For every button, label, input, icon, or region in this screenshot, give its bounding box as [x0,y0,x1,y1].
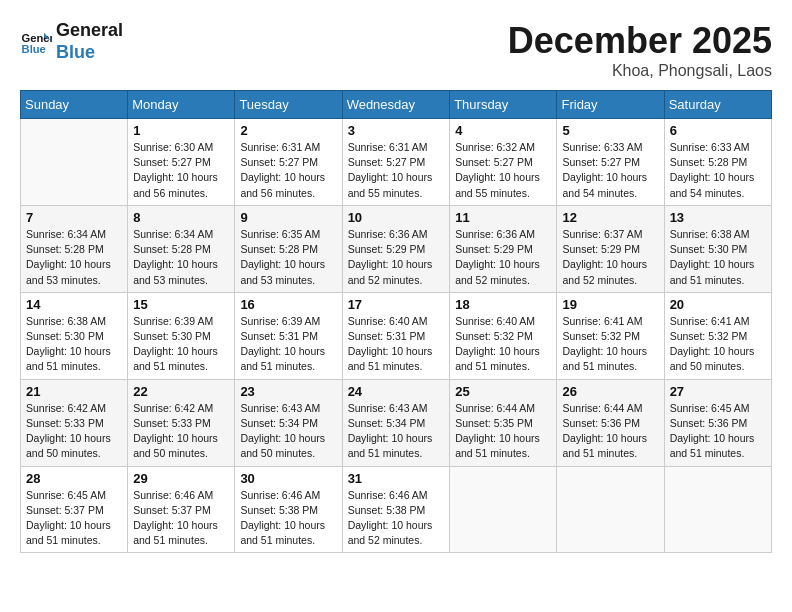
day-info: Sunrise: 6:43 AM Sunset: 5:34 PM Dayligh… [348,401,445,462]
calendar-cell: 17Sunrise: 6:40 AM Sunset: 5:31 PM Dayli… [342,292,450,379]
day-number: 18 [455,297,551,312]
day-info: Sunrise: 6:46 AM Sunset: 5:38 PM Dayligh… [348,488,445,549]
day-info: Sunrise: 6:42 AM Sunset: 5:33 PM Dayligh… [133,401,229,462]
day-info: Sunrise: 6:42 AM Sunset: 5:33 PM Dayligh… [26,401,122,462]
calendar-cell: 11Sunrise: 6:36 AM Sunset: 5:29 PM Dayli… [450,205,557,292]
calendar-cell: 13Sunrise: 6:38 AM Sunset: 5:30 PM Dayli… [664,205,771,292]
calendar-cell: 30Sunrise: 6:46 AM Sunset: 5:38 PM Dayli… [235,466,342,553]
weekday-header-wednesday: Wednesday [342,91,450,119]
day-number: 28 [26,471,122,486]
day-number: 5 [562,123,658,138]
location: Khoa, Phongsali, Laos [508,62,772,80]
calendar-cell: 21Sunrise: 6:42 AM Sunset: 5:33 PM Dayli… [21,379,128,466]
calendar-cell: 3Sunrise: 6:31 AM Sunset: 5:27 PM Daylig… [342,119,450,206]
day-number: 24 [348,384,445,399]
day-number: 30 [240,471,336,486]
day-info: Sunrise: 6:38 AM Sunset: 5:30 PM Dayligh… [26,314,122,375]
day-number: 17 [348,297,445,312]
calendar-cell [664,466,771,553]
weekday-header-tuesday: Tuesday [235,91,342,119]
day-number: 10 [348,210,445,225]
calendar-cell [21,119,128,206]
weekday-header-friday: Friday [557,91,664,119]
calendar-cell: 20Sunrise: 6:41 AM Sunset: 5:32 PM Dayli… [664,292,771,379]
calendar-cell: 4Sunrise: 6:32 AM Sunset: 5:27 PM Daylig… [450,119,557,206]
day-number: 8 [133,210,229,225]
calendar-cell: 29Sunrise: 6:46 AM Sunset: 5:37 PM Dayli… [128,466,235,553]
weekday-header-saturday: Saturday [664,91,771,119]
day-info: Sunrise: 6:31 AM Sunset: 5:27 PM Dayligh… [240,140,336,201]
month-title: December 2025 [508,20,772,62]
day-number: 4 [455,123,551,138]
calendar-cell: 27Sunrise: 6:45 AM Sunset: 5:36 PM Dayli… [664,379,771,466]
day-info: Sunrise: 6:45 AM Sunset: 5:36 PM Dayligh… [670,401,766,462]
calendar-cell: 18Sunrise: 6:40 AM Sunset: 5:32 PM Dayli… [450,292,557,379]
day-info: Sunrise: 6:41 AM Sunset: 5:32 PM Dayligh… [562,314,658,375]
day-info: Sunrise: 6:44 AM Sunset: 5:36 PM Dayligh… [562,401,658,462]
day-info: Sunrise: 6:43 AM Sunset: 5:34 PM Dayligh… [240,401,336,462]
weekday-header-thursday: Thursday [450,91,557,119]
calendar-cell: 24Sunrise: 6:43 AM Sunset: 5:34 PM Dayli… [342,379,450,466]
logo-general: General [56,20,123,42]
weekday-header-sunday: Sunday [21,91,128,119]
calendar-cell: 22Sunrise: 6:42 AM Sunset: 5:33 PM Dayli… [128,379,235,466]
calendar-week-row: 7Sunrise: 6:34 AM Sunset: 5:28 PM Daylig… [21,205,772,292]
logo: General Blue General Blue [20,20,123,63]
calendar-cell: 28Sunrise: 6:45 AM Sunset: 5:37 PM Dayli… [21,466,128,553]
day-info: Sunrise: 6:35 AM Sunset: 5:28 PM Dayligh… [240,227,336,288]
day-info: Sunrise: 6:32 AM Sunset: 5:27 PM Dayligh… [455,140,551,201]
calendar-cell: 7Sunrise: 6:34 AM Sunset: 5:28 PM Daylig… [21,205,128,292]
calendar-cell: 19Sunrise: 6:41 AM Sunset: 5:32 PM Dayli… [557,292,664,379]
weekday-header-row: SundayMondayTuesdayWednesdayThursdayFrid… [21,91,772,119]
day-info: Sunrise: 6:44 AM Sunset: 5:35 PM Dayligh… [455,401,551,462]
calendar-week-row: 21Sunrise: 6:42 AM Sunset: 5:33 PM Dayli… [21,379,772,466]
day-number: 26 [562,384,658,399]
calendar-cell: 12Sunrise: 6:37 AM Sunset: 5:29 PM Dayli… [557,205,664,292]
calendar-cell: 31Sunrise: 6:46 AM Sunset: 5:38 PM Dayli… [342,466,450,553]
calendar-cell: 6Sunrise: 6:33 AM Sunset: 5:28 PM Daylig… [664,119,771,206]
calendar-cell: 16Sunrise: 6:39 AM Sunset: 5:31 PM Dayli… [235,292,342,379]
calendar-cell: 25Sunrise: 6:44 AM Sunset: 5:35 PM Dayli… [450,379,557,466]
calendar-cell: 10Sunrise: 6:36 AM Sunset: 5:29 PM Dayli… [342,205,450,292]
calendar-cell: 14Sunrise: 6:38 AM Sunset: 5:30 PM Dayli… [21,292,128,379]
day-number: 13 [670,210,766,225]
day-number: 22 [133,384,229,399]
day-number: 31 [348,471,445,486]
day-info: Sunrise: 6:40 AM Sunset: 5:31 PM Dayligh… [348,314,445,375]
day-number: 12 [562,210,658,225]
day-number: 21 [26,384,122,399]
calendar-cell [557,466,664,553]
logo-icon: General Blue [20,26,52,58]
day-number: 15 [133,297,229,312]
page-header: General Blue General Blue December 2025 … [20,20,772,80]
day-number: 25 [455,384,551,399]
day-info: Sunrise: 6:40 AM Sunset: 5:32 PM Dayligh… [455,314,551,375]
calendar-week-row: 28Sunrise: 6:45 AM Sunset: 5:37 PM Dayli… [21,466,772,553]
day-info: Sunrise: 6:45 AM Sunset: 5:37 PM Dayligh… [26,488,122,549]
day-number: 3 [348,123,445,138]
calendar-cell: 23Sunrise: 6:43 AM Sunset: 5:34 PM Dayli… [235,379,342,466]
weekday-header-monday: Monday [128,91,235,119]
day-info: Sunrise: 6:39 AM Sunset: 5:31 PM Dayligh… [240,314,336,375]
day-number: 29 [133,471,229,486]
day-info: Sunrise: 6:39 AM Sunset: 5:30 PM Dayligh… [133,314,229,375]
day-info: Sunrise: 6:33 AM Sunset: 5:28 PM Dayligh… [670,140,766,201]
day-info: Sunrise: 6:34 AM Sunset: 5:28 PM Dayligh… [26,227,122,288]
day-number: 16 [240,297,336,312]
day-number: 1 [133,123,229,138]
day-number: 2 [240,123,336,138]
calendar-week-row: 1Sunrise: 6:30 AM Sunset: 5:27 PM Daylig… [21,119,772,206]
day-info: Sunrise: 6:36 AM Sunset: 5:29 PM Dayligh… [455,227,551,288]
day-number: 9 [240,210,336,225]
day-number: 19 [562,297,658,312]
day-info: Sunrise: 6:41 AM Sunset: 5:32 PM Dayligh… [670,314,766,375]
calendar-cell: 15Sunrise: 6:39 AM Sunset: 5:30 PM Dayli… [128,292,235,379]
calendar-table: SundayMondayTuesdayWednesdayThursdayFrid… [20,90,772,553]
calendar-cell [450,466,557,553]
svg-text:Blue: Blue [22,43,46,55]
day-number: 6 [670,123,766,138]
day-info: Sunrise: 6:31 AM Sunset: 5:27 PM Dayligh… [348,140,445,201]
day-info: Sunrise: 6:37 AM Sunset: 5:29 PM Dayligh… [562,227,658,288]
calendar-cell: 9Sunrise: 6:35 AM Sunset: 5:28 PM Daylig… [235,205,342,292]
calendar-cell: 26Sunrise: 6:44 AM Sunset: 5:36 PM Dayli… [557,379,664,466]
